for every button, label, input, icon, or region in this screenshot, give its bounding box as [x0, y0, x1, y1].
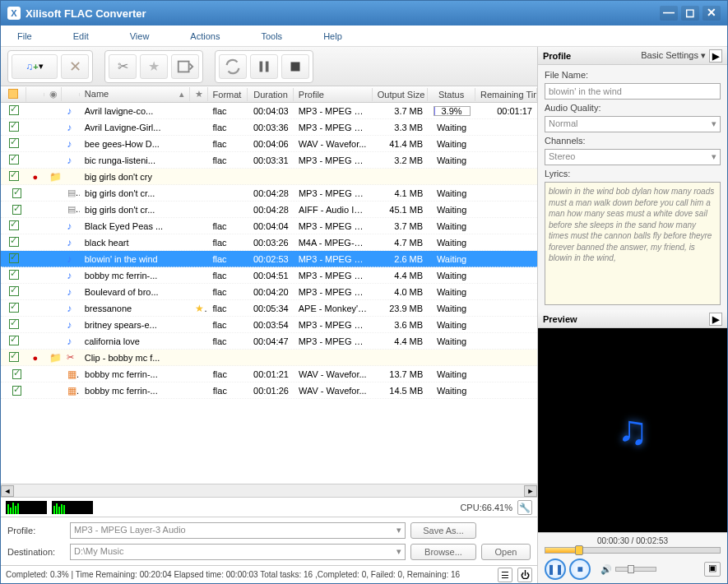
disc-icon[interactable]: ◉	[44, 87, 63, 101]
row-checkbox[interactable]	[12, 188, 21, 198]
row-checkbox[interactable]	[12, 369, 21, 379]
volume-slider[interactable]	[615, 567, 656, 572]
row-checkbox[interactable]	[9, 171, 19, 181]
menu-actions[interactable]: Actions	[182, 28, 228, 44]
play-pause-button[interactable]: ❚❚	[545, 559, 566, 580]
filename-input[interactable]	[545, 83, 721, 100]
list-view-icon[interactable]: ☰	[498, 568, 512, 582]
menu-tools[interactable]: Tools	[253, 28, 290, 44]
star-icon[interactable]: ★	[195, 303, 208, 314]
filename-label: File Name:	[545, 70, 721, 80]
destination-combo[interactable]: D:\My Music	[70, 544, 406, 560]
col-star[interactable]: ★	[190, 87, 208, 101]
row-checkbox[interactable]	[9, 122, 19, 132]
stop-playback-button[interactable]: ■	[569, 559, 591, 580]
profile-combo[interactable]: MP3 - MPEG Layer-3 Audio	[70, 522, 406, 539]
remove-icon[interactable]: ●	[33, 353, 39, 363]
menu-help[interactable]: Help	[315, 28, 350, 44]
table-row[interactable]: ▤big girls don't cr...00:04:28MP3 - MPEG…	[1, 185, 537, 202]
music-icon: ♪	[67, 237, 72, 248]
table-row[interactable]: ♪black heartflac00:03:26M4A - MPEG-4 A..…	[1, 234, 537, 251]
basic-settings-dropdown[interactable]: Basic Settings ▾	[641, 50, 706, 61]
table-row[interactable]: ▦bobby mc ferrin-...flac00:01:26WAV - Wa…	[1, 382, 537, 399]
col-profile[interactable]: Profile	[294, 88, 373, 101]
expand-profile-icon[interactable]: ▶	[709, 49, 722, 63]
row-checkbox[interactable]	[9, 270, 19, 280]
table-row[interactable]: ♪bressanone★flac00:05:34APE - Monkey's .…	[1, 300, 537, 317]
stop-button[interactable]	[281, 54, 309, 79]
effects-button[interactable]	[171, 54, 199, 79]
menu-file[interactable]: File	[9, 28, 40, 44]
row-name: Black Eyed Peas ...	[80, 220, 190, 233]
menu-edit[interactable]: Edit	[65, 28, 97, 44]
svg-rect-1	[260, 61, 263, 72]
table-row[interactable]: ♪Avril lavigne-co...flac00:04:03MP3 - MP…	[1, 103, 537, 119]
row-checkbox[interactable]	[9, 105, 19, 115]
minimize-button[interactable]: —	[660, 6, 678, 21]
row-checkbox[interactable]	[9, 253, 19, 263]
table-row[interactable]: ▦bobby mc ferrin-...flac00:01:21WAV - Wa…	[1, 366, 537, 382]
row-checkbox[interactable]	[9, 286, 19, 296]
col-status[interactable]: Status	[428, 88, 475, 101]
table-row[interactable]: ♪bee gees-How D...flac00:04:06WAV - Wave…	[1, 136, 537, 152]
actions-on-done-icon[interactable]: ⏻	[517, 568, 532, 582]
music-icon: ♪	[67, 303, 72, 314]
open-button[interactable]: Open	[481, 544, 531, 560]
row-checkbox[interactable]	[12, 386, 21, 396]
row-checkbox[interactable]	[9, 155, 19, 165]
col-remaining[interactable]: Remaining Time	[475, 88, 537, 101]
row-profile: WAV - Wavefor...	[294, 137, 373, 151]
maximize-button[interactable]: ◻	[681, 6, 699, 21]
menu-view[interactable]: View	[122, 28, 158, 44]
row-checkbox[interactable]	[9, 303, 19, 313]
table-row[interactable]: ♪britney spears-e...flac00:03:54MP3 - MP…	[1, 317, 537, 333]
col-output-size[interactable]: Output Size	[373, 88, 428, 101]
expand-preview-icon[interactable]: ▶	[709, 313, 722, 326]
snapshot-button[interactable]: ▣	[704, 562, 721, 577]
row-size: 3.3 MB	[373, 121, 428, 134]
col-name[interactable]: Name ▴	[80, 87, 190, 101]
table-row[interactable]: ♪bobby mc ferrin-...flac00:04:51MP3 - MP…	[1, 267, 537, 284]
table-row[interactable]: ♪blowin' in the windflac00:02:53MP3 - MP…	[1, 251, 537, 267]
table-row[interactable]: ♪Boulevard of bro...flac00:04:20MP3 - MP…	[1, 284, 537, 300]
cut-button[interactable]: ✂	[109, 54, 137, 79]
file-grid[interactable]: ♪Avril lavigne-co...flac00:04:03MP3 - MP…	[1, 103, 537, 484]
scroll-right-icon[interactable]: ►	[524, 485, 537, 497]
table-row[interactable]: ▤big girls don't cr...00:04:28AIFF - Aud…	[1, 202, 537, 218]
pause-button[interactable]	[250, 54, 278, 79]
table-row[interactable]: ●📁✂Clip - bobby mc f...	[1, 350, 537, 366]
lyrics-textarea[interactable]: blowin in the wind bob dylan how many ro…	[545, 182, 721, 305]
settings-icon[interactable]: 🔧	[517, 500, 532, 515]
row-checkbox[interactable]	[9, 319, 19, 329]
select-all-checkbox[interactable]	[8, 89, 18, 99]
row-checkbox[interactable]	[9, 336, 19, 345]
close-button[interactable]: ✕	[702, 6, 721, 21]
row-checkbox[interactable]	[9, 220, 19, 230]
table-row[interactable]: ♪california loveflac00:04:47MP3 - MPEG L…	[1, 333, 537, 350]
delete-button[interactable]: ✕	[61, 54, 89, 79]
favorite-button[interactable]: ★	[140, 54, 168, 79]
add-file-button[interactable]: ♫+ ▾	[12, 54, 58, 79]
table-row[interactable]: ♪bic runga-listeni...flac00:03:31MP3 - M…	[1, 152, 537, 169]
channels-combo[interactable]: Stereo	[545, 149, 721, 165]
save-as-button[interactable]: Save As...	[410, 522, 476, 539]
table-row[interactable]: ♪Black Eyed Peas ...flac00:04:04MP3 - MP…	[1, 218, 537, 234]
row-checkbox[interactable]	[9, 237, 19, 247]
scroll-left-icon[interactable]: ◄	[1, 485, 14, 497]
col-format[interactable]: Format	[208, 88, 248, 101]
row-duration: 00:03:26	[248, 236, 294, 249]
browse-button[interactable]: Browse...	[410, 544, 476, 560]
row-profile: MP3 - MPEG Lay...	[294, 104, 373, 118]
horizontal-scrollbar[interactable]: ◄ ►	[1, 484, 537, 497]
convert-button[interactable]	[219, 54, 247, 79]
row-checkbox[interactable]	[9, 352, 19, 362]
table-row[interactable]: ●📁big girls don't cry	[1, 169, 537, 185]
row-checkbox[interactable]	[12, 205, 21, 215]
table-row[interactable]: ♪Avril Lavigne-Girl...flac00:03:36MP3 - …	[1, 119, 537, 136]
volume-icon[interactable]: 🔊	[600, 564, 612, 575]
seek-slider[interactable]	[545, 547, 721, 554]
row-checkbox[interactable]	[9, 138, 19, 148]
remove-icon[interactable]: ●	[33, 172, 39, 182]
col-duration[interactable]: Duration	[248, 88, 294, 101]
quality-combo[interactable]: Normal	[545, 116, 721, 132]
